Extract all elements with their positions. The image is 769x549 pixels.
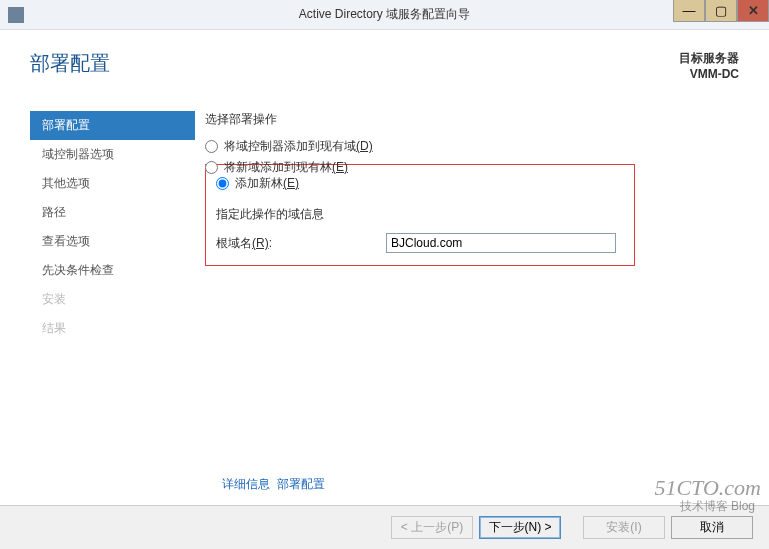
install-button: 安装(I) (583, 516, 665, 539)
radio-label-add-domain[interactable]: 将新域添加到现有林(E) (224, 159, 348, 176)
root-domain-row: 根域名(R): (216, 233, 624, 253)
sidebar-item-prereq-check[interactable]: 先决条件检查 (30, 256, 195, 285)
window-title: Active Directory 域服务配置向导 (299, 6, 470, 23)
sidebar-item-install: 安装 (30, 285, 195, 314)
content-wrap: 部署配置 目标服务器 VMM-DC 部署配置 域控制器选项 其他选项 路径 查看… (0, 30, 769, 504)
sidebar-item-dc-options[interactable]: 域控制器选项 (30, 140, 195, 169)
root-domain-input[interactable] (386, 233, 616, 253)
window-controls: — ▢ ✕ (673, 0, 769, 22)
header-row: 部署配置 目标服务器 VMM-DC (30, 50, 739, 81)
sidebar-item-other-options[interactable]: 其他选项 (30, 169, 195, 198)
close-button[interactable]: ✕ (737, 0, 769, 22)
more-info-text: 详细信息 (222, 477, 270, 491)
sidebar-item-deploy-config[interactable]: 部署配置 (30, 111, 195, 140)
radio-input-new-forest[interactable] (216, 177, 229, 190)
minimize-button[interactable]: — (673, 0, 705, 22)
root-domain-label: 根域名(R): (216, 235, 386, 252)
sidebar: 部署配置 域控制器选项 其他选项 路径 查看选项 先决条件检查 安装 结果 (30, 111, 195, 343)
main-area: 部署配置 目标服务器 VMM-DC 部署配置 域控制器选项 其他选项 路径 查看… (0, 30, 769, 504)
app-icon (8, 7, 24, 23)
more-info-link[interactable]: 详细信息 部署配置 (222, 476, 329, 493)
more-info-topic: 部署配置 (277, 477, 325, 491)
sidebar-item-review-options[interactable]: 查看选项 (30, 227, 195, 256)
maximize-button[interactable]: ▢ (705, 0, 737, 22)
sidebar-item-paths[interactable]: 路径 (30, 198, 195, 227)
highlight-box: 添加新林(E) 指定此操作的域信息 根域名(R): (205, 164, 635, 266)
form-area: 选择部署操作 将域控制器添加到现有域(D) 将新域添加到现有林(E) (195, 111, 739, 343)
radio-input-add-domain[interactable] (205, 161, 218, 174)
target-name: VMM-DC (679, 67, 739, 81)
prev-button: < 上一步(P) (391, 516, 473, 539)
target-server-info: 目标服务器 VMM-DC (679, 50, 739, 81)
domain-info-label: 指定此操作的域信息 (216, 206, 624, 223)
radio-add-dc-existing-domain[interactable]: 将域控制器添加到现有域(D) (205, 138, 739, 155)
cancel-button[interactable]: 取消 (671, 516, 753, 539)
body-row: 部署配置 域控制器选项 其他选项 路径 查看选项 先决条件检查 安装 结果 选择… (30, 111, 739, 343)
radio-label-new-forest[interactable]: 添加新林(E) (235, 175, 299, 192)
radio-add-new-forest[interactable]: 添加新林(E) (216, 175, 624, 192)
select-operation-label: 选择部署操作 (205, 111, 739, 128)
radio-label-add-dc[interactable]: 将域控制器添加到现有域(D) (224, 138, 373, 155)
footer: < 上一步(P) 下一步(N) > 安装(I) 取消 (0, 505, 769, 549)
radio-input-add-dc[interactable] (205, 140, 218, 153)
target-label: 目标服务器 (679, 50, 739, 67)
next-button[interactable]: 下一步(N) > (479, 516, 561, 539)
titlebar: Active Directory 域服务配置向导 — ▢ ✕ (0, 0, 769, 30)
page-title: 部署配置 (30, 50, 110, 77)
sidebar-item-results: 结果 (30, 314, 195, 343)
